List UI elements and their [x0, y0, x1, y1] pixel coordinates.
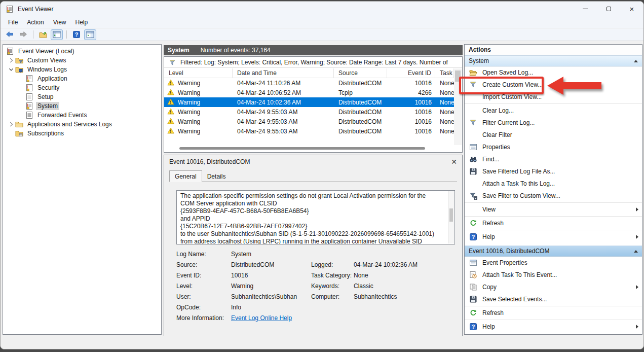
minimize-button[interactable]: [574, 2, 597, 16]
action-filter-current-log[interactable]: Filter Current Log...: [465, 117, 642, 129]
field-value: SubhanItechtics: [354, 293, 397, 300]
tree-item-label: Windows Logs: [26, 65, 68, 74]
action-save-selected-events[interactable]: Save Selected Events...: [465, 293, 642, 305]
actions-section-header[interactable]: Event 10016, DistributedCOM: [465, 245, 642, 257]
collapse-arrow-icon[interactable]: [634, 250, 638, 253]
menu-file[interactable]: File: [4, 17, 22, 27]
event-row[interactable]: Warning04-Mar-24 9:55:03 AMDistributedCO…: [164, 126, 454, 136]
toolbar-back-button[interactable]: [4, 29, 16, 40]
action-copy[interactable]: Copy: [465, 281, 642, 293]
event-datetime: 04-Mar-24 10:02:36 AM: [233, 99, 334, 106]
action-attach-a-task-to-this-log[interactable]: Attach a Task To this Log...: [465, 178, 642, 190]
toolbar-help-button[interactable]: ?: [70, 29, 83, 40]
log-event-icon: [25, 102, 33, 110]
action-clear-log[interactable]: Clear Log...: [465, 104, 642, 117]
action-refresh[interactable]: Refresh: [465, 307, 642, 319]
detail-fields-right: Logged:04-Mar-24 10:02:36 AMTask Categor…: [311, 259, 452, 302]
toolbar-show-console-tree-button[interactable]: [51, 29, 63, 40]
help-icon: ?: [469, 323, 477, 331]
action-help[interactable]: ?Help: [465, 321, 642, 333]
tree-item-setup[interactable]: Setup: [3, 92, 161, 101]
tab-details[interactable]: Details: [202, 171, 231, 182]
action-view[interactable]: View: [465, 203, 642, 216]
column-header-event-id[interactable]: Event ID: [387, 68, 435, 78]
description-line: {2593F8B9-4EAF-457C-B68A-50F6B8EA6B54}: [180, 207, 445, 215]
submenu-arrow-icon: [636, 207, 638, 212]
field-value: None: [354, 272, 368, 279]
event-id: 10016: [387, 109, 435, 116]
filter-funnel-icon: [469, 119, 477, 127]
collapse-arrow-icon[interactable]: [634, 60, 638, 62]
annotation-arrow-icon: [547, 77, 602, 95]
tree-item-windows-logs[interactable]: Windows Logs: [3, 65, 161, 74]
chevron-down-icon[interactable]: [7, 65, 15, 74]
chevron-right-icon[interactable]: [7, 56, 15, 64]
menu-view[interactable]: View: [49, 17, 71, 27]
tree-item-security[interactable]: Security: [3, 83, 161, 92]
field-value: DistributedCOM: [231, 261, 274, 268]
action-refresh[interactable]: Refresh: [465, 217, 642, 229]
action-save-filter-to-custom-view[interactable]: Save Filter to Custom View...: [465, 190, 642, 202]
column-header-task-category[interactable]: Task Category: [435, 68, 454, 78]
event-viewer-app-icon: [6, 5, 14, 13]
tree-item-application[interactable]: Application: [3, 74, 161, 83]
tree-item-applications-and-services-logs[interactable]: Applications and Services Logs: [3, 120, 161, 129]
scrollbar-thumb[interactable]: [179, 147, 425, 150]
properties-icon: [469, 259, 477, 267]
action-find[interactable]: Find...: [465, 153, 642, 165]
tree-item-forwarded-events[interactable]: Forwarded Events: [3, 111, 161, 120]
action-attach-task-to-this-event[interactable]: Attach Task To This Event...: [465, 269, 642, 281]
event-id: 10016: [387, 128, 435, 135]
menu-action[interactable]: Action: [22, 17, 48, 27]
action-help[interactable]: ?Help: [465, 231, 642, 243]
actions-section-header[interactable]: System: [465, 55, 642, 66]
filter-description: Filtered: Log: System; Levels: Critical,…: [180, 59, 448, 66]
column-header-level[interactable]: Level: [164, 68, 233, 78]
action-event-properties[interactable]: Event Properties: [465, 257, 642, 269]
windows-logs-icon: [15, 65, 23, 74]
horizontal-scrollbar[interactable]: [165, 147, 453, 150]
event-level: Warning: [178, 89, 200, 96]
menu-help[interactable]: Help: [71, 17, 93, 27]
tab-general[interactable]: General: [169, 170, 202, 182]
column-header-date-and-time[interactable]: Date and Time: [233, 68, 334, 78]
event-row[interactable]: Warning04-Mar-24 9:55:03 AMDistributedCO…: [164, 107, 454, 117]
save-icon: [469, 295, 477, 303]
chevron-right-icon[interactable]: [7, 120, 15, 128]
tree-item-system[interactable]: System: [3, 101, 161, 111]
event-row[interactable]: Warning04-Mar-24 11:10:26 AMDistributedC…: [164, 78, 454, 88]
action-clear-filter[interactable]: Clear Filter: [465, 129, 642, 141]
tree-item-custom-views[interactable]: Custom Views: [3, 56, 161, 65]
filter-bar[interactable]: Filtered: Log: System; Levels: Critical,…: [164, 57, 462, 68]
tree-expander-spacer: [17, 102, 25, 110]
event-log-online-help-link[interactable]: Event Log Online Help: [231, 314, 292, 322]
action-separator: [465, 103, 642, 104]
log-event-icon: [25, 84, 33, 92]
maximize-button[interactable]: [597, 2, 620, 16]
scrollbar-thumb[interactable]: [449, 208, 453, 222]
minimize-icon: [583, 9, 588, 9]
toolbar-export-button[interactable]: [37, 29, 49, 40]
event-level: Warning: [178, 118, 200, 125]
detail-close-icon[interactable]: ✕: [451, 158, 457, 165]
action-label: Save Selected Events...: [482, 296, 547, 303]
close-icon: ×: [630, 5, 634, 13]
open-folder-icon: [469, 68, 477, 77]
event-row[interactable]: Warning04-Mar-24 9:55:03 AMDistributedCO…: [164, 117, 454, 126]
tree-item-subscriptions[interactable]: Subscriptions: [3, 129, 161, 138]
action-properties[interactable]: Properties: [465, 141, 642, 153]
tree-item-event-viewer-local[interactable]: Event Viewer (Local): [3, 47, 161, 56]
action-save-filtered-log-file-as[interactable]: Save Filtered Log File As...: [465, 165, 642, 178]
action-icon-spacer: [469, 180, 477, 188]
column-header-source[interactable]: Source: [334, 68, 387, 78]
toolbar-forward-button[interactable]: [17, 29, 29, 40]
toolbar-show-action-pane-button[interactable]: [84, 29, 96, 40]
event-level: Warning: [178, 99, 200, 106]
detail-field-row: More Information:Event Log Online Help: [176, 312, 452, 323]
description-scrollbar[interactable]: [448, 191, 454, 243]
table-header-row: LevelDate and TimeSourceEvent IDTask Cat…: [164, 68, 454, 78]
event-row[interactable]: Warning04-Mar-24 10:02:36 AMDistributedC…: [164, 97, 454, 107]
log-plain-icon: [25, 93, 33, 101]
event-row[interactable]: Warning04-Mar-24 10:06:52 AMTcpip4266Non…: [164, 88, 454, 97]
close-button[interactable]: ×: [620, 2, 643, 16]
